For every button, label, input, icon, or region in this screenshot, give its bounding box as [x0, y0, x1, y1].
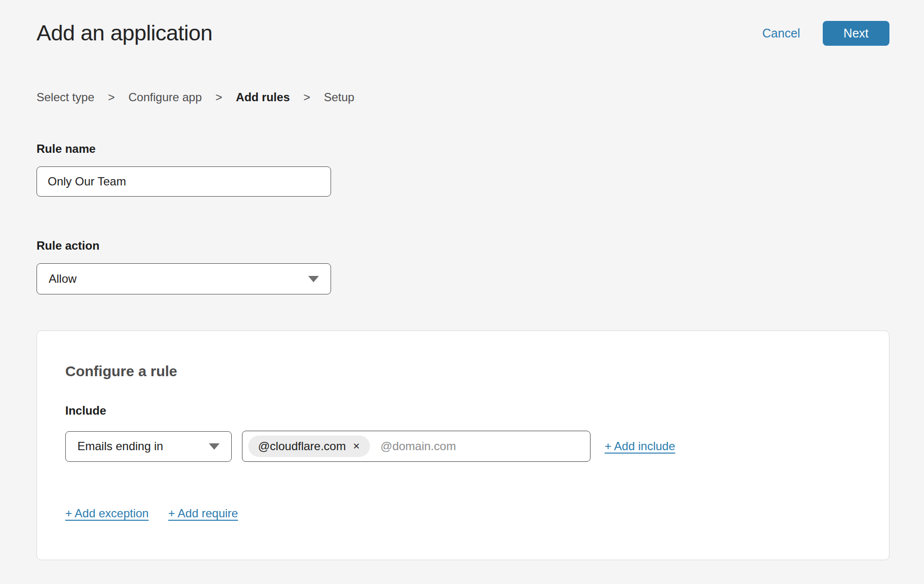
include-value-input-container[interactable]: @cloudflare.com ✕	[242, 431, 591, 462]
include-row: Emails ending in @cloudflare.com ✕ + Add…	[65, 431, 861, 462]
breadcrumb-step-select-type[interactable]: Select type	[37, 91, 94, 104]
breadcrumb-step-setup[interactable]: Setup	[324, 91, 354, 104]
include-selector-value: Emails ending in	[77, 439, 163, 453]
rule-name-field: Rule name	[37, 142, 889, 197]
include-selector-select[interactable]: Emails ending in	[65, 431, 232, 462]
rule-card-footer-links: + Add exception + Add require	[65, 507, 861, 520]
add-exception-link[interactable]: + Add exception	[65, 507, 148, 520]
cancel-button[interactable]: Cancel	[762, 26, 800, 40]
add-require-link[interactable]: + Add require	[168, 507, 238, 520]
add-include-link[interactable]: + Add include	[605, 439, 675, 453]
next-button[interactable]: Next	[823, 21, 889, 46]
rule-action-label: Rule action	[37, 239, 889, 253]
configure-rule-card: Configure a rule Include Emails ending i…	[37, 330, 889, 560]
include-label: Include	[65, 404, 861, 418]
chip-remove-icon[interactable]: ✕	[352, 442, 360, 451]
breadcrumb-separator: >	[108, 91, 115, 104]
chevron-down-icon	[308, 276, 319, 282]
email-domain-chip: @cloudflare.com ✕	[248, 436, 370, 457]
breadcrumb-separator: >	[303, 91, 310, 104]
add-application-page: Add an application Cancel Next Select ty…	[0, 0, 924, 584]
breadcrumb-step-add-rules[interactable]: Add rules	[236, 91, 290, 104]
rule-name-input[interactable]	[37, 166, 331, 197]
page-header: Add an application Cancel Next	[37, 20, 889, 46]
page-title: Add an application	[37, 20, 212, 46]
domain-input[interactable]	[381, 439, 584, 453]
chevron-down-icon	[209, 443, 220, 450]
rule-card-title: Configure a rule	[65, 363, 861, 380]
breadcrumb-step-configure-app[interactable]: Configure app	[129, 91, 202, 104]
rule-action-select[interactable]: Allow	[37, 263, 331, 294]
rule-action-field: Rule action Allow	[37, 239, 889, 294]
breadcrumb: Select type > Configure app > Add rules …	[37, 91, 889, 104]
breadcrumb-separator: >	[216, 91, 222, 104]
rule-action-selected-value: Allow	[49, 272, 76, 286]
rule-name-label: Rule name	[37, 142, 889, 156]
header-actions: Cancel Next	[762, 21, 889, 46]
email-domain-chip-label: @cloudflare.com	[258, 439, 346, 453]
